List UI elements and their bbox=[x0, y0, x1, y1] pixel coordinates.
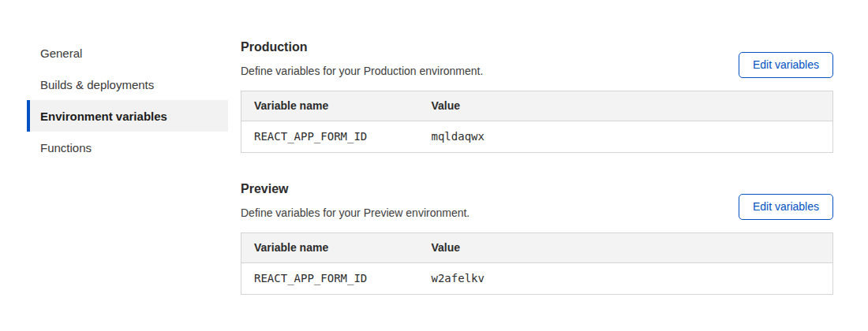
sidebar-item-functions[interactable]: Functions bbox=[27, 132, 228, 163]
table-header-row: Variable name Value bbox=[241, 91, 833, 121]
column-header-variable-name: Variable name bbox=[241, 91, 419, 121]
settings-sidebar: General Builds & deployments Environment… bbox=[27, 37, 228, 295]
column-header-value: Value bbox=[419, 233, 833, 263]
table-row: REACT_APP_FORM_ID w2afelkv bbox=[241, 263, 833, 295]
sidebar-item-label: Functions bbox=[40, 141, 92, 154]
preview-section: Preview Define variables for your Previe… bbox=[241, 181, 833, 295]
environment-variables-panel: Production Define variables for your Pro… bbox=[241, 37, 833, 295]
sidebar-item-builds-deployments[interactable]: Builds & deployments bbox=[27, 69, 228, 100]
column-header-value: Value bbox=[419, 91, 833, 121]
variable-value-cell: w2afelkv bbox=[419, 263, 833, 295]
sidebar-item-label: Builds & deployments bbox=[40, 78, 154, 91]
sidebar-item-label: Environment variables bbox=[40, 110, 167, 123]
sidebar-item-label: General bbox=[40, 46, 82, 60]
production-section: Production Define variables for your Pro… bbox=[241, 39, 833, 153]
preview-edit-variables-button[interactable]: Edit variables bbox=[739, 194, 833, 220]
column-header-variable-name: Variable name bbox=[241, 233, 419, 263]
variable-name-cell: REACT_APP_FORM_ID bbox=[241, 121, 419, 153]
preview-variables-table: Variable name Value REACT_APP_FORM_ID w2… bbox=[241, 232, 833, 295]
table-row: REACT_APP_FORM_ID mqldaqwx bbox=[241, 121, 833, 153]
settings-page: General Builds & deployments Environment… bbox=[0, 0, 868, 295]
sidebar-item-general[interactable]: General bbox=[27, 37, 228, 69]
production-variables-table: Variable name Value REACT_APP_FORM_ID mq… bbox=[241, 91, 833, 153]
variable-value-cell: mqldaqwx bbox=[419, 121, 833, 153]
table-header-row: Variable name Value bbox=[241, 233, 833, 263]
variable-name-cell: REACT_APP_FORM_ID bbox=[241, 263, 419, 295]
production-edit-variables-button[interactable]: Edit variables bbox=[739, 52, 833, 78]
sidebar-item-environment-variables[interactable]: Environment variables bbox=[27, 100, 228, 132]
